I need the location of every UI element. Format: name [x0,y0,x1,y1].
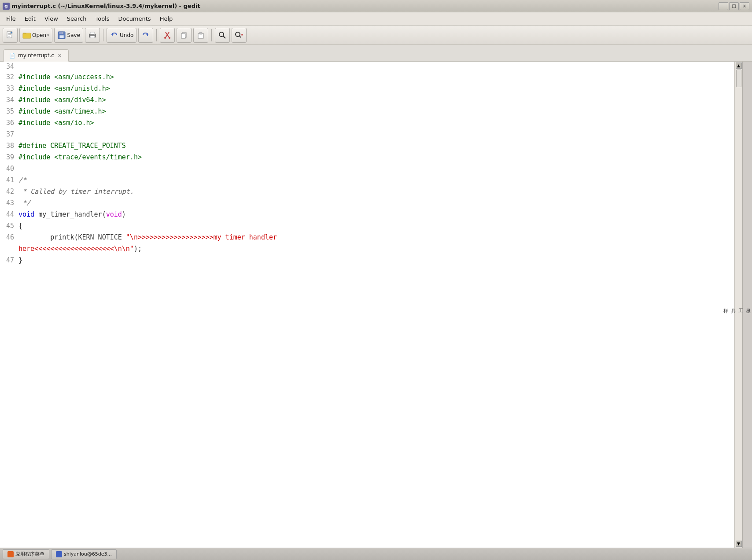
separator-1 [103,29,103,41]
window-controls[interactable]: − □ × [719,2,749,10]
cut-button[interactable] [160,28,175,43]
code-line-47: 47 } [0,254,734,266]
search-icon [218,31,227,40]
svg-rect-12 [90,36,95,38]
open-label: Open [32,32,46,38]
svg-rect-13 [94,34,95,35]
scrollbar-down-button[interactable]: ▼ [736,541,742,547]
code-editor[interactable]: 32 #include <asm/uaccess.h> 33 #include … [0,71,734,266]
separator-2 [156,29,157,41]
menu-tools[interactable]: Tools [91,14,114,24]
vertical-scrollbar[interactable]: ▲ ▼ [734,62,742,548]
window-title: myinterrupt.c (~/LinuxKernel/linux-3.9.4… [11,3,200,9]
save-button[interactable]: Save [54,28,83,43]
code-line-43: 43 */ [0,197,734,209]
menu-help[interactable]: Help [155,14,177,24]
close-button[interactable]: × [740,2,749,10]
svg-point-19 [169,37,170,39]
scrollbar-thumb[interactable] [736,70,741,87]
paste-button[interactable] [193,28,208,43]
menu-file[interactable]: File [2,14,20,24]
redo-button[interactable] [138,28,153,43]
folder-icon [22,31,31,40]
save-label: Save [67,32,80,38]
svg-rect-8 [59,35,64,38]
svg-point-24 [219,32,224,37]
find-replace-icon [235,31,243,40]
svg-rect-5 [23,33,31,38]
tab-file-icon: 📄 [9,53,15,59]
undo-label: Undo [120,32,133,38]
code-line-42: 42 * Called by timer interrupt. [0,186,734,197]
new-button[interactable] [3,28,18,43]
open-button[interactable]: Open ▾ [19,28,52,43]
scrollbar-up-button[interactable]: ▲ [736,63,742,69]
taskbar-terminal-label: shiyanlou@65de3... [64,551,112,557]
code-line-39: 39 #include <trace/events/timer.h> [0,151,734,163]
title-bar-left: g myinterrupt.c (~/LinuxKernel/linux-3.9… [3,3,200,10]
undo-icon [110,31,118,40]
maximize-button[interactable]: □ [729,2,739,10]
svg-rect-23 [199,32,202,34]
print-button[interactable] [85,28,100,43]
save-icon [57,31,66,40]
new-icon [6,31,15,40]
app-icon: g [3,3,10,10]
tab-filename: myinterrupt.c [18,52,54,59]
taskbar-app-menu[interactable]: 应用程序菜单 [3,549,49,559]
svg-rect-11 [90,32,95,34]
code-line-38: 38 #define CREATE_TRACE_POINTS [0,140,734,151]
open-dropdown-arrow[interactable]: ▾ [47,33,49,37]
title-bar: g myinterrupt.c (~/LinuxKernel/linux-3.9… [0,0,752,12]
svg-line-25 [223,36,225,38]
taskbar-app-icon [7,551,14,557]
code-line-37: 37 [0,129,734,140]
tab-bar: 📄 myinterrupt.c × [0,45,752,62]
tab-close-button[interactable]: × [57,52,63,59]
code-line-45: 45 { [0,220,734,232]
menu-edit[interactable]: Edit [20,14,40,24]
separator-3 [211,29,212,41]
copy-icon [180,31,188,40]
menu-bar: File Edit View Search Tools Documents He… [0,12,752,26]
code-line-33: 33 #include <asm/unistd.h> [0,83,734,94]
copy-button[interactable] [177,28,192,43]
code-line-36: 36 #include <asm/io.h> [0,117,734,129]
print-icon [88,31,97,40]
svg-rect-9 [63,32,63,34]
toolbar: Open ▾ Save [0,26,752,45]
find-replace-button[interactable] [232,28,247,43]
code-line-41: 41 /* [0,174,734,186]
code-line-44: 44 void my_timer_handler(void) [0,209,734,220]
editor-main[interactable]: 34 32 #include <asm/uaccess.h> 33 #inclu… [0,62,734,548]
editor-container: 34 32 #include <asm/uaccess.h> 33 #inclu… [0,62,752,548]
find-button[interactable] [215,28,230,43]
redo-icon [141,31,150,40]
svg-point-26 [236,32,240,37]
minimize-button[interactable]: − [719,2,728,10]
side-panel: 显 工 具 样 [742,62,752,548]
paste-icon [196,31,205,40]
file-tab[interactable]: 📄 myinterrupt.c × [4,49,69,62]
taskbar-app-label: 应用程序菜单 [15,551,44,557]
scrollbar-track [735,70,742,540]
svg-line-27 [240,36,241,37]
taskbar-terminal[interactable]: shiyanlou@65de3... [51,549,117,559]
code-line-32: 32 #include <asm/uaccess.h> [0,71,734,83]
cut-icon [163,31,172,40]
undo-button[interactable]: Undo [107,28,136,43]
menu-view[interactable]: View [40,14,63,24]
svg-rect-21 [181,33,185,38]
taskbar: 应用程序菜单 shiyanlou@65de3... [0,548,752,560]
menu-documents[interactable]: Documents [114,14,155,24]
partial-line: 34 [0,62,734,71]
code-line-35: 35 #include <asm/timex.h> [0,106,734,117]
taskbar-terminal-icon [56,551,62,557]
svg-marker-4 [11,32,12,33]
code-line-46: 46 printk(KERN_NOTICE "\n>>>>>>>>>>>>>>>… [0,232,734,243]
code-line-34: 34 #include <asm/div64.h> [0,94,734,106]
menu-search[interactable]: Search [63,14,91,24]
svg-point-18 [164,37,166,39]
code-line-46-cont: 46 here<<<<<<<<<<<<<<<<<<<<\n\n"); [0,243,734,254]
code-line-40: 40 [0,163,734,174]
